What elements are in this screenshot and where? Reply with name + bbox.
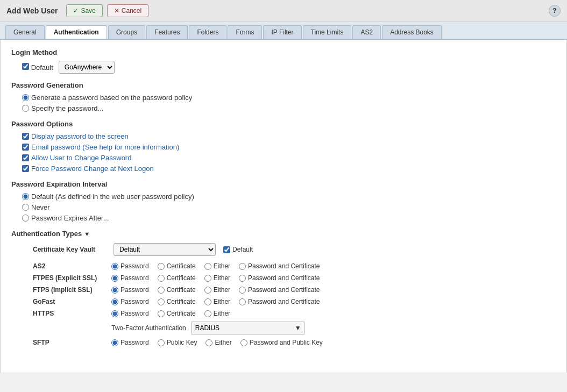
password-gen-option2-label[interactable]: Specify the password... (22, 104, 103, 112)
pwd-opt-2-checkbox[interactable] (22, 144, 29, 151)
sftp-either-label[interactable]: Either (205, 339, 231, 346)
cancel-button[interactable]: ✕ Cancel (107, 4, 148, 17)
ftps-password-radio[interactable] (111, 287, 118, 294)
as2-either-label[interactable]: Either (204, 262, 230, 270)
ftpes-certificate-radio[interactable] (158, 275, 165, 282)
ftpes-pwd-cert-radio[interactable] (239, 275, 246, 282)
gofast-either-radio[interactable] (204, 298, 211, 305)
auth-row-sftp: SFTP Password Public Key Either Password… (11, 337, 556, 348)
gofast-certificate-radio[interactable] (158, 298, 165, 305)
pwd-opt-1-label[interactable]: Display password to the screen (22, 132, 129, 140)
ftps-pwd-cert-label[interactable]: Password and Certificate (239, 286, 320, 294)
as2-certificate-label[interactable]: Certificate (158, 262, 196, 270)
tab-groups[interactable]: Groups (108, 25, 145, 39)
pwd-exp-option2-radio[interactable] (22, 204, 29, 211)
ftps-password-label[interactable]: Password (111, 286, 149, 294)
tab-as2[interactable]: AS2 (352, 25, 381, 39)
auth-types-arrow-icon[interactable]: ▼ (84, 231, 90, 237)
sftp-publickey-radio[interactable] (158, 339, 165, 346)
as2-password-label[interactable]: Password (111, 262, 149, 270)
ftps-pwd-cert-radio[interactable] (239, 287, 246, 294)
https-either-radio[interactable] (204, 310, 211, 317)
ftpes-either-label[interactable]: Either (204, 274, 230, 282)
tab-folders[interactable]: Folders (189, 25, 226, 39)
ftpes-password-label[interactable]: Password (111, 274, 149, 282)
auth-row-ftps-label: FTPS (Implicit SSL) (11, 284, 108, 296)
ftpes-pwd-cert-label[interactable]: Password and Certificate (239, 274, 320, 282)
auth-row-https: HTTPS Password Certificate Either (11, 308, 556, 319)
as2-pwd-cert-label[interactable]: Password and Certificate (239, 262, 320, 270)
auth-row-ftpes-label: FTPES (Explicit SSL) (11, 272, 108, 284)
password-gen-option1-radio[interactable] (22, 94, 29, 101)
save-button[interactable]: ✓ Save (66, 4, 102, 17)
pwd-exp-option3-label[interactable]: Password Expires After... (22, 214, 109, 222)
password-expiration-title: Password Expiration Interval (11, 180, 556, 188)
ftps-certificate-label[interactable]: Certificate (158, 286, 196, 294)
two-factor-dropdown[interactable]: RADIUS TOTP None (192, 322, 304, 334)
pwd-opt-1-checkbox[interactable] (22, 133, 29, 140)
gofast-certificate-label[interactable]: Certificate (158, 298, 196, 305)
auth-row-ftps-options: Password Certificate Either Password and… (108, 284, 556, 296)
https-password-label[interactable]: Password (111, 310, 149, 317)
cert-vault-dropdown[interactable]: Default (114, 243, 216, 256)
ftpes-password-radio[interactable] (111, 275, 118, 282)
https-certificate-radio[interactable] (158, 310, 165, 317)
pwd-opt-3-label[interactable]: Allow User to Change Password (22, 154, 131, 162)
pwd-opt-3-checkbox[interactable] (22, 154, 29, 161)
as2-either-radio[interactable] (204, 263, 211, 270)
pwd-exp-option1-label[interactable]: Default (As defined in the web user pass… (22, 193, 194, 201)
auth-row-as2: AS2 Password Certificate Either Password… (11, 260, 556, 272)
tab-bar: General Authentication Groups Features F… (0, 22, 567, 40)
tab-time-limits[interactable]: Time Limits (303, 25, 352, 39)
ftpes-either-radio[interactable] (204, 275, 211, 282)
gofast-pwd-cert-label[interactable]: Password and Certificate (239, 298, 320, 305)
auth-types-header: Authentication Types ▼ (11, 230, 556, 238)
sftp-either-radio[interactable] (205, 339, 212, 346)
cert-vault-default-label[interactable]: Default (223, 246, 253, 253)
cert-vault-default-checkbox[interactable] (223, 246, 230, 253)
help-button[interactable]: ? (549, 5, 561, 17)
as2-certificate-radio[interactable] (158, 263, 165, 270)
sftp-pwd-pubkey-radio[interactable] (240, 339, 247, 346)
tab-ip-filter[interactable]: IP Filter (263, 25, 301, 39)
password-gen-option1-label[interactable]: Generate a password based on the passwor… (22, 94, 192, 102)
sftp-publickey-label[interactable]: Public Key (158, 339, 197, 346)
login-method-dropdown[interactable]: GoAnywhere (59, 61, 115, 74)
gofast-password-label[interactable]: Password (111, 298, 149, 305)
tab-general[interactable]: General (5, 25, 45, 39)
tab-features[interactable]: Features (146, 25, 188, 39)
pwd-exp-option2-row: Never (22, 203, 556, 211)
tab-forms[interactable]: Forms (228, 25, 262, 39)
auth-row-sftp-label: SFTP (11, 337, 108, 348)
top-bar: Add Web User ✓ Save ✕ Cancel ? (0, 0, 567, 22)
auth-row-sftp-options: Password Public Key Either Password and … (108, 337, 556, 348)
login-method-default-label[interactable]: Default (22, 63, 53, 72)
https-either-label[interactable]: Either (204, 310, 230, 317)
pwd-exp-option1-radio[interactable] (22, 193, 29, 200)
sftp-pwd-pubkey-label[interactable]: Password and Public Key (240, 339, 323, 346)
gofast-either-label[interactable]: Either (204, 298, 230, 305)
pwd-exp-option2-label[interactable]: Never (22, 203, 50, 211)
https-password-radio[interactable] (111, 310, 118, 317)
as2-pwd-cert-radio[interactable] (239, 263, 246, 270)
two-factor-spacer (11, 319, 108, 337)
ftpes-certificate-label[interactable]: Certificate (158, 274, 196, 282)
https-certificate-label[interactable]: Certificate (158, 310, 196, 317)
ftps-either-radio[interactable] (204, 287, 211, 294)
as2-password-radio[interactable] (111, 263, 118, 270)
pwd-opt-2-label[interactable]: Email password (See help for more inform… (22, 143, 179, 151)
tab-authentication[interactable]: Authentication (46, 25, 107, 39)
pwd-opt-4-label[interactable]: Force Password Change at Next Logon (22, 165, 154, 173)
pwd-exp-option3-radio[interactable] (22, 215, 29, 222)
password-gen-option2-radio[interactable] (22, 105, 29, 112)
password-generation-title: Password Generation (11, 81, 556, 89)
ftps-certificate-radio[interactable] (158, 287, 165, 294)
login-method-default-checkbox[interactable] (22, 63, 29, 70)
sftp-password-radio[interactable] (111, 339, 118, 346)
gofast-password-radio[interactable] (111, 298, 118, 305)
ftps-either-label[interactable]: Either (204, 286, 230, 294)
gofast-pwd-cert-radio[interactable] (239, 298, 246, 305)
sftp-password-label[interactable]: Password (111, 339, 149, 346)
pwd-opt-4-checkbox[interactable] (22, 165, 29, 172)
tab-address-books[interactable]: Address Books (382, 25, 442, 39)
